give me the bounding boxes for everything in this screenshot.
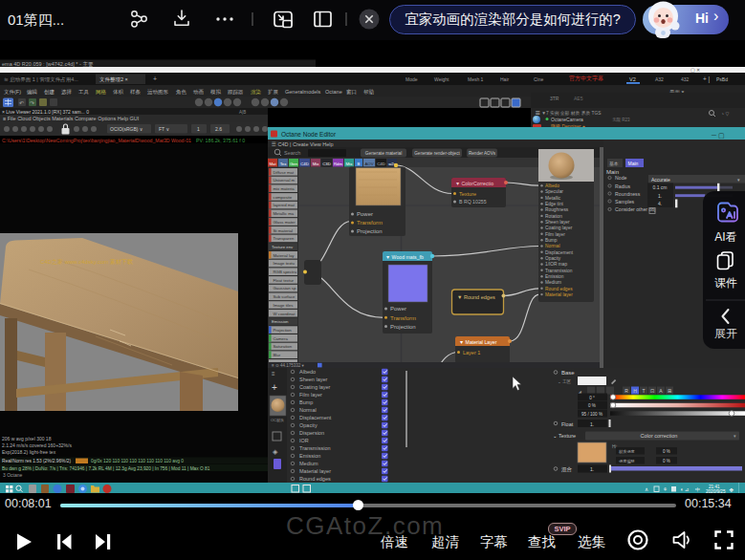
svg-text:Octane Node Editor: Octane Node Editor — [281, 131, 337, 138]
svg-text:Coating layer: Coating layer — [545, 226, 573, 230]
svg-text:↶: ↶ — [19, 100, 24, 106]
svg-text:Projection: Projection — [357, 228, 383, 234]
svg-text:展开: 展开 — [714, 327, 737, 340]
svg-text:432: 432 — [681, 76, 690, 82]
svg-text:St material: St material — [274, 228, 294, 233]
svg-text:窗口: 窗口 — [346, 89, 357, 96]
svg-text:Universal m: Universal m — [274, 178, 296, 183]
svg-text:Transmission: Transmission — [545, 269, 573, 273]
svg-text:Image tiles: Image tiles — [274, 303, 294, 308]
svg-text:扩展: 扩展 — [268, 89, 279, 95]
svg-text:OCIO(sRGB) ∨: OCIO(sRGB) ∨ — [110, 126, 143, 132]
svg-text:+: + — [272, 382, 277, 393]
svg-text:Main: Main — [628, 161, 639, 166]
svg-text:选择: 选择 — [61, 89, 73, 96]
svg-text:Render AOVs: Render AOVs — [469, 151, 496, 156]
svg-text:1: 1 — [197, 126, 200, 132]
svg-text:Projection: Projection — [274, 328, 293, 333]
svg-text:0 %: 0 % — [663, 459, 670, 463]
svg-text:+: + — [153, 75, 157, 82]
svg-text:样条: 样条 — [130, 89, 142, 95]
svg-text:Float: Float — [561, 421, 574, 427]
svg-text:▼ Wood mats_fb: ▼ Wood mats_fb — [385, 254, 424, 260]
svg-text:Octane: Octane — [325, 89, 342, 95]
svg-text:Camera: Camera — [274, 336, 289, 341]
svg-text:Texture: Texture — [459, 191, 476, 197]
svg-text:Material layer: Material layer — [299, 468, 331, 474]
svg-text:混合: 混合 — [561, 466, 573, 473]
svg-text:1/IOR map: 1/IOR map — [545, 262, 568, 267]
svg-text:Material lay: Material lay — [274, 253, 296, 258]
svg-text:跟踪器: 跟踪器 — [228, 89, 244, 95]
svg-text:Cine: Cine — [534, 76, 544, 82]
svg-text:Displacement: Displacement — [299, 415, 332, 420]
svg-text:Specular: Specular — [545, 189, 563, 194]
svg-text:Round edges: Round edges — [299, 476, 331, 482]
svg-text:Gen: Gen — [290, 162, 298, 166]
svg-text:Generate material: Generate material — [365, 151, 402, 156]
svg-text:C3D: C3D — [322, 162, 331, 166]
svg-text:AE5: AE5 — [574, 96, 583, 101]
svg-text:帮助: 帮助 — [363, 89, 375, 96]
svg-text:B: B — [358, 162, 361, 166]
svg-text:∧: ∧ — [645, 486, 648, 492]
svg-text:▢ ✕: ▢ ✕ — [690, 67, 700, 73]
svg-text:Samples: Samples — [615, 199, 635, 205]
svg-text:⌄ 工区: ⌄ 工区 — [558, 378, 572, 384]
svg-text:B RQ 10255: B RQ 10255 — [459, 199, 487, 205]
svg-text:Medium: Medium — [545, 280, 561, 285]
svg-text:渲染: 渲染 — [251, 89, 262, 96]
svg-text:RGB spectru: RGB spectru — [274, 269, 297, 274]
svg-text:◔ ▽: ◔ ▽ — [721, 111, 729, 117]
svg-text:3 Octane: 3 Octane — [3, 472, 23, 478]
svg-text:Medium: Medium — [299, 461, 318, 466]
svg-text:1.: 1. — [590, 466, 594, 472]
svg-text:W coordinat: W coordinat — [274, 312, 296, 316]
svg-text:0 °: 0 ° — [589, 396, 595, 400]
svg-text:Layer 1: Layer 1 — [463, 350, 480, 355]
svg-text:Bump: Bump — [545, 238, 558, 243]
svg-text:Sheen layer: Sheen layer — [545, 220, 570, 225]
svg-text:☰ C4D | Create View: ☰ C4D | Create View Help — [272, 141, 334, 147]
svg-text:Opacity: Opacity — [299, 422, 318, 428]
svg-text:Roughness: Roughness — [545, 207, 569, 212]
svg-text:⌄ Texture: ⌄ Texture — [553, 433, 576, 439]
svg-text:Mode: Mode — [405, 76, 418, 82]
svg-text:Albedo: Albedo — [299, 369, 316, 375]
svg-text:Exp(2018.2) light-free tex: Exp(2018.2) light-free tex — [2, 449, 56, 455]
svg-text:Base: Base — [561, 370, 575, 376]
svg-text:Saturation: Saturation — [274, 344, 293, 349]
svg-text:Mtx: Mtx — [346, 162, 354, 166]
svg-text:Rotation: Rotation — [545, 214, 562, 219]
svg-text:× Live Viewer 2021.1.0 [RX] 3: × Live Viewer 2021.1.0 [RX] 372 sam... 0 — [2, 109, 89, 115]
svg-text:课件: 课件 — [714, 276, 737, 290]
svg-text:Weight: Weight — [434, 76, 449, 82]
svg-text:0.1 cm: 0.1 cm — [652, 184, 667, 190]
svg-text:Opacity: Opacity — [545, 256, 561, 261]
svg-text:↷: ↷ — [30, 100, 34, 106]
svg-text:PsBd: PsBd — [716, 76, 728, 82]
svg-text:+ |: + | — [703, 75, 711, 83]
svg-text:Sheen layer: Sheen layer — [299, 377, 328, 382]
svg-text:Real/Norm res 1.53 (2%/2.96%/2: Real/Norm res 1.53 (2%/2.96%/2) — [2, 459, 71, 463]
svg-text:composite: composite — [274, 195, 293, 200]
svg-text:Round edges: Round edges — [545, 287, 573, 291]
svg-text:Metallic ma: Metallic ma — [274, 211, 295, 216]
svg-text:PV: 186.2k, 375.61 f 0: PV: 186.2k, 375.61 f 0 — [196, 138, 245, 143]
svg-text:1.: 1. — [590, 421, 594, 427]
svg-text:A|B: A|B — [239, 110, 246, 115]
svg-text:Image textu: Image textu — [274, 261, 296, 266]
svg-text:0 %: 0 % — [663, 449, 670, 454]
svg-text:2.1.24 m/s/s covered 160+32%/s: 2.1.24 m/s/s covered 160+32%/s — [2, 442, 72, 448]
svg-text:Color correction: Color correction — [641, 433, 678, 439]
svg-text:C:\Users\1\Desktop\NewComingPr: C:\Users\1\Desktop\NewComingProj\tex\ban… — [2, 138, 191, 143]
svg-text:4.: 4. — [658, 201, 662, 206]
svg-text:FT ∨: FT ∨ — [159, 126, 169, 132]
svg-text:创建: 创建 — [44, 89, 55, 96]
svg-text:▼ ColorCorrectio: ▼ ColorCorrectio — [455, 181, 493, 186]
svg-text:Accurate: Accurate — [651, 177, 670, 183]
svg-text:0g/0x 120 110 110 110 110 110: 0g/0x 120 110 110 110 110 110 110 110 av… — [91, 459, 184, 463]
svg-text:Glass mater: Glass mater — [274, 220, 296, 225]
svg-text:Float textur: Float textur — [274, 278, 295, 283]
svg-text:Material layer: Material layer — [545, 292, 573, 297]
